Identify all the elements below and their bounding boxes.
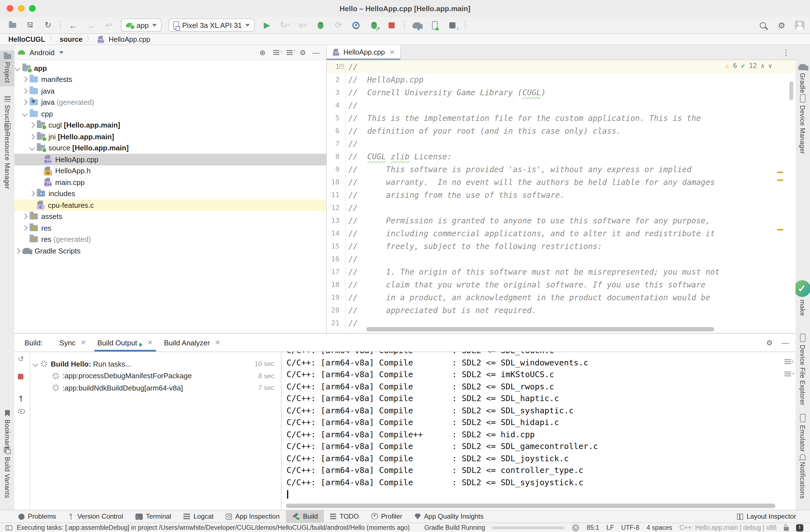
code-line[interactable]: 15// freely, subject to the following re… (327, 239, 795, 252)
window-layout-icon[interactable] (5, 525, 12, 530)
code-line[interactable]: 18// claim that you wrote the original s… (327, 278, 795, 291)
code-line[interactable]: 7// (327, 137, 795, 150)
tree-item-cpp[interactable]: cpp (15, 108, 326, 119)
tool-button-make[interactable]: ✓make (795, 280, 810, 316)
build-settings-gear-icon[interactable]: ⚙ (766, 338, 773, 347)
device-manager-icon[interactable] (429, 19, 440, 31)
code-line[interactable]: 13// Permission is granted to anyone to … (327, 214, 795, 227)
sync-icon[interactable]: ↻ (42, 19, 53, 31)
tool-window-button-profiler[interactable]: Profiler (365, 510, 408, 522)
close-tab-icon[interactable]: ✕ (215, 339, 221, 347)
open-icon[interactable] (7, 19, 18, 31)
breadcrumb-file[interactable]: HelloApp.cpp (109, 35, 150, 43)
apply-changes-icon[interactable]: ↻A (279, 19, 290, 31)
editor-options-kebab-icon[interactable]: ⋮ (782, 45, 790, 60)
build-tab-build-output[interactable]: Build Output✕ (92, 334, 158, 351)
code-line[interactable]: 10// warranty. In no event will the auth… (327, 176, 795, 188)
chevron-down-icon[interactable] (33, 361, 38, 367)
inspection-widget[interactable]: ⚠ 6 ✔ 12 ∧ ∨ (725, 62, 772, 70)
chevron-right-icon[interactable] (22, 214, 28, 219)
tool-window-button-todo[interactable]: TODO (324, 510, 365, 522)
undo-icon[interactable]: ↩ (103, 19, 114, 31)
chevron-down-icon[interactable] (15, 65, 20, 71)
tool-button-emulator[interactable]: Emulator (795, 414, 810, 452)
tool-window-button-version-control[interactable]: Version Control (62, 510, 129, 522)
breadcrumb-folder[interactable]: source (60, 35, 82, 43)
run-configuration-select[interactable]: app (121, 18, 161, 32)
code-line[interactable]: 5// This is the implementation file for … (327, 112, 795, 124)
editor-vertical-scrollbar[interactable] (789, 81, 793, 100)
close-tab-icon[interactable]: ✕ (389, 48, 395, 56)
run-with-coverage-icon[interactable]: ⟳ (333, 19, 344, 31)
tree-item-source[interactable]: source [Hello.app.main] (15, 142, 326, 154)
chevron-right-icon[interactable] (29, 134, 35, 139)
tool-button-device-file-explorer[interactable]: Device File Explorer (795, 334, 810, 405)
expand-all-icon[interactable] (272, 48, 280, 57)
tree-item-helloapp-cpp[interactable]: HelloApp.cpp (15, 154, 326, 165)
chevron-right-icon[interactable] (15, 248, 20, 254)
forward-icon[interactable]: → (85, 19, 96, 31)
build-task-row[interactable]: :app:buildNdkBuildDebug[arm64-v8a]7 sec (30, 382, 281, 393)
user-avatar[interactable] (795, 21, 805, 30)
code-line[interactable]: 6// definition of your root (and in this… (327, 124, 795, 137)
chevron-right-icon[interactable] (22, 225, 28, 231)
code-line[interactable]: 11// arising from the use of this softwa… (327, 188, 795, 201)
tool-button-gradle[interactable]: Gradle (795, 64, 810, 93)
build-task-row[interactable]: Build Hello: Run tasks...10 sec (30, 358, 281, 369)
lock-icon[interactable] (784, 527, 789, 531)
tree-item-res[interactable]: res (15, 222, 326, 234)
code-line[interactable]: 9// This software is provided 'as-is', w… (327, 163, 795, 176)
attach-debugger-icon[interactable] (369, 19, 379, 31)
warning-stripe-mark[interactable] (777, 171, 783, 173)
chevron-right-icon[interactable] (29, 191, 35, 197)
code-line[interactable]: 19// in a product, an acknowledgment in … (327, 291, 795, 304)
tool-button-build-variants[interactable]: Build Variants (0, 447, 15, 498)
tool-window-button-build[interactable]: Build (286, 510, 324, 522)
chevron-right-icon[interactable] (22, 77, 28, 82)
tool-button-bookmarks[interactable]: Bookmarks (0, 410, 15, 453)
scroll-to-end-icon[interactable] (784, 359, 791, 365)
hide-panel-icon[interactable]: — (312, 48, 321, 57)
tool-button-device-manager[interactable]: Device Manager (795, 94, 810, 154)
code-line[interactable]: 14// including commercial applications, … (327, 227, 795, 239)
tree-item-cugl[interactable]: cugl [Hello.app.main] (15, 119, 326, 131)
resolve-context[interactable]: C++: Hello.app.main | debug | x86 (680, 524, 777, 531)
apply-code-changes-icon[interactable]: ≡↺ (297, 19, 308, 31)
tree-item-main-cpp[interactable]: main.cpp (15, 177, 326, 188)
chevron-right-icon[interactable] (29, 122, 35, 128)
tree-item-jni[interactable]: jni [Hello.app.main] (15, 131, 326, 142)
tool-window-button-logcat[interactable]: Logcat (177, 510, 220, 522)
breadcrumb-project[interactable]: HelloCUGL (9, 35, 45, 43)
chevron-right-icon[interactable] (22, 88, 28, 94)
device-select[interactable]: Pixel 3a XL API 31 (168, 18, 255, 32)
tool-window-button-app-quality-insights[interactable]: App Quality Insights (408, 510, 489, 522)
previous-problem-icon[interactable]: ∧ (761, 62, 765, 69)
file-encoding[interactable]: UTF-8 (621, 524, 639, 531)
profiler-button[interactable] (351, 19, 362, 31)
collapse-all-icon[interactable] (285, 48, 294, 57)
tool-window-button-layout-inspector[interactable]: Layout Inspector (731, 510, 802, 522)
code-line[interactable]: 2// HelloApp.cpp (327, 73, 795, 86)
warning-stripe-mark[interactable] (777, 229, 783, 231)
project-view-selector[interactable]: Android (30, 48, 55, 56)
fold-marker-icon[interactable] (340, 64, 344, 68)
locate-file-icon[interactable]: ⊕ (258, 48, 267, 57)
tree-item-java[interactable]: java (15, 85, 326, 97)
soft-wrap-icon[interactable] (784, 371, 791, 377)
build-console[interactable]: C/C++: [arm64-v8a] Compile : SDL2 <= SDL… (281, 351, 795, 510)
next-problem-icon[interactable]: ∨ (768, 62, 772, 69)
build-tab-sync[interactable]: Sync✕ (54, 334, 92, 351)
code-line[interactable]: 20// appreciated but is not required. (327, 304, 795, 316)
indent-setting[interactable]: 4 spaces (647, 524, 672, 531)
code-line[interactable]: 16// (327, 252, 795, 265)
chevron-right-icon[interactable] (22, 100, 28, 105)
stop-build-icon[interactable] (18, 373, 23, 381)
tool-window-button-app-inspection[interactable]: App Inspection (220, 510, 286, 522)
chevron-down-icon[interactable] (22, 111, 28, 117)
tree-item-helloapp-h[interactable]: HelloApp.h (15, 165, 326, 177)
code-editor[interactable]: 1//2// HelloApp.cpp3// Cornell Universit… (327, 60, 795, 334)
tree-item-java-generated-[interactable]: java (generated) (15, 97, 326, 108)
console-horizontal-scrollbar[interactable] (286, 503, 775, 508)
options-gear-icon[interactable]: ⚙ (298, 48, 307, 57)
editor-horizontal-scrollbar[interactable] (366, 327, 714, 331)
